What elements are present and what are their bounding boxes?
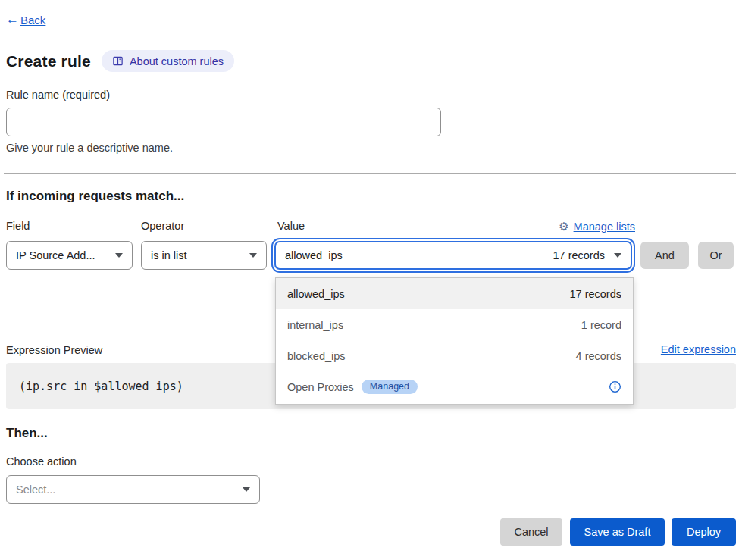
save-as-draft-button[interactable]: Save as Draft	[570, 518, 665, 546]
chevron-down-icon	[614, 253, 621, 258]
or-button[interactable]: Or	[698, 242, 734, 269]
value-select-value: allowed_ips	[285, 249, 343, 261]
choose-action-label: Choose action	[6, 455, 77, 468]
back-link-label[interactable]: Back	[20, 14, 45, 27]
list-item-name: internal_ips	[287, 319, 343, 331]
expression-preview-label: Expression Preview	[6, 344, 102, 356]
rule-name-helper: Give your rule a descriptive name.	[6, 142, 173, 154]
field-select[interactable]: IP Source Add...	[6, 241, 133, 270]
then-section-heading: Then...	[6, 426, 48, 441]
rule-name-label: Rule name (required)	[6, 89, 110, 101]
list-item-meta: 4 records	[576, 350, 621, 362]
action-select-placeholder: Select...	[16, 483, 55, 496]
create-rule-page: ←Back Create rule About custom rules Rul…	[0, 0, 742, 560]
chevron-down-icon	[243, 487, 250, 492]
action-select[interactable]: Select...	[6, 475, 260, 504]
list-item-internal-ips[interactable]: internal_ips 1 record	[276, 309, 633, 340]
match-section-heading: If incoming requests match...	[6, 189, 184, 204]
info-icon[interactable]	[609, 380, 621, 393]
back-arrow-icon: ←	[6, 12, 19, 27]
about-custom-rules-badge[interactable]: About custom rules	[102, 50, 234, 72]
value-label: Value	[277, 220, 305, 232]
value-select-records: 17 records	[553, 249, 605, 261]
and-button[interactable]: And	[640, 242, 689, 269]
operator-select-value: is in list	[151, 249, 187, 261]
chevron-down-icon	[115, 253, 123, 258]
edit-expression-link[interactable]: Edit expression	[661, 343, 736, 355]
list-item-name: Open Proxies	[287, 381, 354, 393]
value-dropdown-panel: allowed_ips 17 records internal_ips 1 re…	[275, 277, 634, 405]
list-item-blocked-ips[interactable]: blocked_ips 4 records	[276, 340, 633, 371]
list-item-name: allowed_ips	[287, 288, 345, 300]
manage-lists-link[interactable]: ⚙ Manage lists	[559, 220, 635, 233]
list-item-meta: 1 record	[581, 319, 621, 331]
expression-code: (ip.src in $allowed_ips)	[6, 380, 183, 393]
managed-badge: Managed	[362, 380, 418, 394]
list-item-name: blocked_ips	[287, 350, 346, 362]
deploy-button[interactable]: Deploy	[672, 518, 736, 546]
chevron-down-icon	[249, 253, 257, 258]
list-item-open-proxies[interactable]: Open Proxies Managed	[276, 371, 633, 402]
gear-icon: ⚙	[559, 220, 568, 233]
section-divider	[4, 173, 736, 174]
cancel-button[interactable]: Cancel	[500, 518, 562, 546]
value-select[interactable]: allowed_ips 17 records	[274, 241, 632, 270]
manage-lists-label[interactable]: Manage lists	[574, 221, 635, 233]
rule-name-input[interactable]	[6, 108, 441, 136]
page-title: Create rule	[6, 52, 91, 70]
operator-label: Operator	[141, 220, 184, 232]
list-item-meta: 17 records	[569, 288, 621, 300]
field-select-value: IP Source Add...	[16, 249, 95, 261]
operator-select[interactable]: is in list	[141, 241, 267, 270]
field-label: Field	[6, 220, 30, 232]
back-link[interactable]: ←Back	[6, 12, 45, 27]
about-badge-label: About custom rules	[130, 55, 224, 67]
book-icon	[112, 55, 124, 67]
list-item-allowed-ips[interactable]: allowed_ips 17 records	[276, 278, 633, 309]
title-row: Create rule About custom rules	[6, 50, 234, 72]
